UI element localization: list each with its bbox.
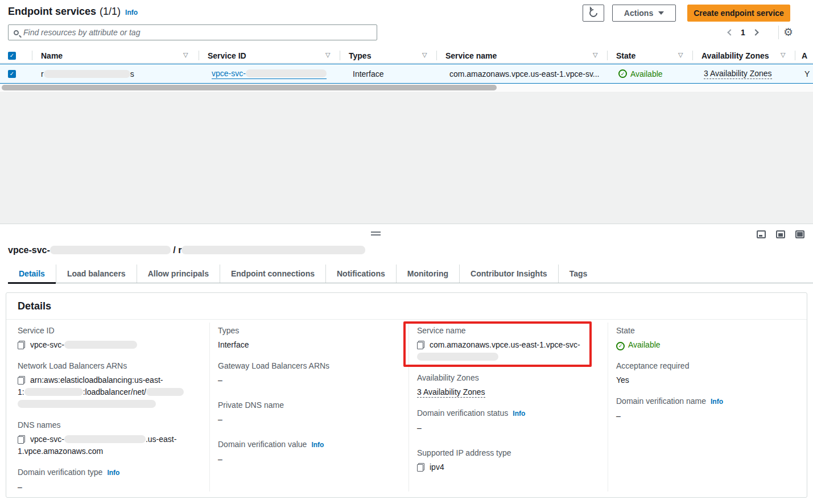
tab-contributor-insights[interactable]: Contributor Insights	[460, 265, 559, 283]
column-divider	[692, 51, 693, 60]
column-separator	[408, 323, 409, 491]
column-header-availability-zones[interactable]: Availability Zones	[692, 48, 795, 63]
redacted-dns-id	[64, 435, 146, 443]
search-input[interactable]	[23, 28, 377, 37]
field-private-dns-name: Private DNS name –	[218, 400, 401, 425]
details-card: Details Service ID vpce-svc- Network Loa…	[6, 292, 807, 498]
copy-icon[interactable]	[18, 376, 25, 385]
column-divider	[340, 51, 340, 60]
column-divider	[436, 51, 437, 60]
copy-icon[interactable]	[417, 463, 424, 472]
availability-zones-label: Availability Zones	[417, 373, 600, 383]
column-separator	[608, 323, 608, 491]
filter-icon[interactable]: ▽	[325, 51, 330, 59]
types-value: Interface	[218, 339, 401, 351]
copy-icon[interactable]	[417, 341, 424, 349]
tab-endpoint-connections[interactable]: Endpoint connections	[220, 265, 326, 283]
pagination: 1	[728, 25, 758, 40]
service-name-value: com.amazonaws.vpce.us-east-1.vpce-svc-	[430, 340, 580, 349]
info-link[interactable]: Info	[311, 441, 324, 449]
page-info-link[interactable]: Info	[125, 9, 138, 16]
table-row[interactable]: rs vpce-svc- Interface com.amazonaws.vpc…	[0, 64, 813, 84]
previous-page-icon[interactable]	[727, 29, 733, 35]
tab-load-balancers[interactable]: Load balancers	[56, 265, 137, 283]
filter-icon[interactable]: ▽	[593, 51, 597, 59]
dns-name-line2: 1.vpce.amazonaws.com	[18, 445, 201, 457]
acceptance-required-value: Yes	[616, 374, 799, 386]
tab-details[interactable]: Details	[8, 265, 56, 283]
tab-monitoring[interactable]: Monitoring	[397, 265, 460, 283]
nlb-arn-line1: arn:aws:elasticloadbalancing:us-east-	[30, 375, 163, 385]
field-domain-verification-status: Domain verification statusInfo –	[417, 408, 600, 434]
domain-verification-name-label: Domain verification name	[616, 396, 706, 406]
field-acceptance-required: Acceptance required Yes	[616, 361, 799, 386]
service-id-link[interactable]: vpce-svc-	[212, 69, 327, 79]
create-endpoint-service-button[interactable]: Create endpoint service	[687, 5, 790, 22]
supported-ip-value: ipv4	[430, 462, 444, 472]
column-header-service-name[interactable]: Service name	[436, 48, 607, 63]
detail-tabs: Details Load balancers Allow principals …	[8, 265, 813, 283]
nlb-arn-line2a: 1:	[18, 387, 24, 396]
column-header-name[interactable]: Name	[32, 48, 199, 63]
row-name-end: s	[130, 69, 134, 79]
tab-notifications[interactable]: Notifications	[326, 265, 397, 283]
field-types: Types Interface	[218, 325, 401, 351]
copy-icon[interactable]	[18, 435, 25, 444]
redacted-service-id	[246, 69, 327, 77]
panel-size-small-icon[interactable]	[757, 230, 766, 238]
row-checkbox[interactable]	[8, 70, 16, 78]
field-service-name: Service name com.amazonaws.vpce.us-east-…	[417, 325, 600, 363]
field-domain-verification-type: Domain verification typeInfo –	[18, 467, 201, 493]
field-state: State Available	[616, 325, 799, 351]
next-page-icon[interactable]	[752, 29, 758, 35]
availability-zones-popover-link[interactable]: 3 Availability Zones	[704, 69, 772, 79]
settings-gear-icon[interactable]: ⚙	[783, 24, 793, 39]
availability-zones-popover-link[interactable]: 3 Availability Zones	[417, 387, 485, 398]
available-check-icon	[616, 342, 625, 350]
redacted-account-id	[24, 388, 83, 396]
gateway-lb-arns-label: Gateway Load Balancers ARNs	[218, 361, 401, 371]
row-name-cell: rs	[41, 64, 199, 83]
tab-allow-principals[interactable]: Allow principals	[137, 265, 220, 283]
redacted-panel-name	[181, 246, 365, 254]
info-link[interactable]: Info	[107, 469, 119, 477]
filter-icon[interactable]: ▽	[183, 51, 188, 59]
redacted-panel-service-id	[50, 246, 171, 254]
copy-icon[interactable]	[18, 341, 25, 349]
gateway-lb-arns-value: –	[218, 374, 401, 386]
toolbar-divider	[778, 26, 779, 39]
column-header-service-id[interactable]: Service ID	[199, 48, 340, 63]
actions-button[interactable]: Actions	[612, 5, 676, 22]
table-header: Name Service ID Types Service name State…	[0, 48, 813, 63]
nlb-arn-line2b: :loadbalancer/net/	[83, 387, 146, 396]
field-domain-verification-name: Domain verification nameInfo –	[616, 396, 799, 422]
panel-title-divider: /	[173, 245, 175, 255]
redacted-lb-name	[146, 388, 184, 396]
domain-verification-name-value: –	[616, 410, 799, 422]
select-all-checkbox[interactable]	[8, 52, 16, 60]
tab-tags[interactable]: Tags	[559, 265, 599, 283]
refresh-button[interactable]	[583, 5, 604, 22]
domain-verification-status-value: –	[417, 422, 600, 434]
detail-split-panel: vpce-svc- / r Details Load balancers All…	[0, 224, 813, 504]
column-header-acceptance-partial[interactable]: A	[802, 48, 813, 63]
panel-size-large-icon[interactable]	[795, 230, 804, 238]
filter-icon[interactable]: ▽	[678, 51, 683, 59]
row-az-cell: 3 Availability Zones	[704, 64, 795, 83]
horizontal-scrollbar-thumb[interactable]	[2, 85, 497, 90]
search-box[interactable]	[8, 24, 377, 40]
panel-size-medium-icon[interactable]	[776, 230, 785, 238]
split-panel-drag-handle[interactable]	[371, 232, 381, 236]
service-id-label: Service ID	[18, 325, 201, 336]
field-supported-ip: Supported IP address type ipv4	[417, 448, 600, 473]
resource-count: (1/1)	[100, 6, 121, 18]
domain-verification-value-value: –	[218, 453, 401, 465]
info-link[interactable]: Info	[711, 398, 723, 406]
filter-icon[interactable]: ▽	[781, 51, 785, 59]
types-label: Types	[218, 325, 401, 336]
page-number[interactable]: 1	[741, 28, 745, 37]
info-link[interactable]: Info	[513, 410, 525, 418]
filter-icon[interactable]: ▽	[422, 51, 427, 59]
redacted-service-name-tail	[417, 353, 498, 361]
service-name-label: Service name	[417, 325, 600, 336]
